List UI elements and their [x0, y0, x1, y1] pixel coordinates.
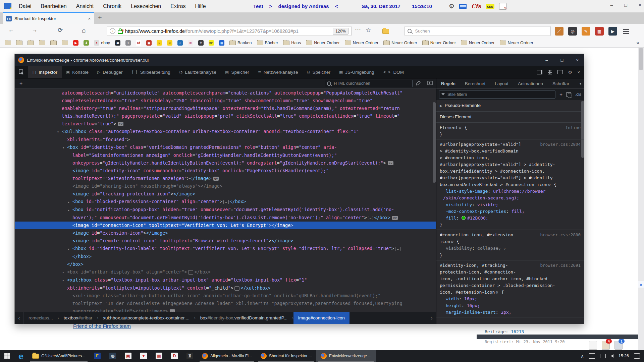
search-input[interactable]: [414, 28, 548, 34]
markup-line[interactable]: ▸<xul:hbox class="textbox-input-box urlb…: [15, 276, 436, 284]
sidebar-tab-schriftar[interactable]: Schriftar: [548, 81, 574, 86]
event-badge[interactable]: ev: [213, 177, 219, 181]
taskbar-clock[interactable]: 15:26: [619, 354, 629, 358]
clipboard-icon[interactable]: [589, 353, 595, 359]
bookmarks-folder-icon[interactable]: [382, 29, 389, 34]
rule-gear-icon[interactable]: ⚙: [451, 239, 453, 244]
twisty-icon[interactable]: ▸: [62, 268, 67, 276]
markup-line[interactable]: ▸<box id="urlbar-display-box" align="cen…: [15, 268, 436, 276]
devtools-toolbox-close-icon[interactable]: ×: [577, 70, 580, 75]
dock-bottom-icon[interactable]: [557, 70, 563, 74]
display-icon[interactable]: [600, 354, 606, 358]
pictures-folder-button[interactable]: C:\Users\Andi\Pictures...: [28, 350, 90, 362]
bookmark-item[interactable]: Cf: [136, 40, 141, 46]
css-declaration[interactable]: fill: #12BC00;: [440, 215, 581, 222]
notification-center-icon[interactable]: [634, 353, 640, 359]
collapsed-content-icon[interactable]: …: [234, 286, 239, 291]
devtools-tab-netzwerkanalyse[interactable]: ≡Netzwerkanalyse: [254, 66, 303, 78]
devtools-tab-speicher[interactable]: ▤Speicher: [221, 66, 254, 78]
back-button[interactable]: ←: [8, 26, 14, 34]
sidebar-tab-regeln[interactable]: Regeln: [436, 81, 460, 86]
breadcrumb-item[interactable]: image#connection-icon: [293, 312, 350, 324]
markup-line[interactable]: </hbox>: [15, 253, 436, 260]
bookmark-item[interactable]: [39, 41, 45, 45]
collapsed-content-icon[interactable]: …: [188, 270, 193, 275]
markup-line[interactable]: tooltiptext="In der Adressleiste eingege…: [15, 300, 436, 307]
app-icon-red-badge[interactable]: 4: [602, 341, 610, 350]
html-search-box[interactable]: [325, 80, 413, 87]
start-button[interactable]: [0, 350, 14, 362]
tray-chevron-icon[interactable]: ∧: [581, 354, 584, 359]
menu-item-datei[interactable]: Datei: [15, 2, 35, 11]
campfirefox-logo-icon[interactable]: Cfs: [471, 3, 481, 9]
markup-view[interactable]: autocompletesearch="unifiedcomplete" aut…: [15, 89, 436, 312]
menu-item-bearbeiten[interactable]: Bearbeiten: [37, 2, 70, 11]
devtools-maximize-button[interactable]: □: [561, 58, 564, 63]
bookmark-item[interactable]: [28, 41, 34, 45]
style-filter-box[interactable]: [439, 90, 555, 99]
markup-line[interactable]: <image id="remote-control-icon" tooltipt…: [15, 237, 436, 245]
bookmark-item[interactable]: ✚: [198, 40, 204, 46]
markup-line[interactable]: onkeypress="gIdentityHandler.handleIdent…: [15, 159, 436, 167]
bookmark-item[interactable]: Neuer Ordner: [345, 41, 378, 45]
markup-line[interactable]: <image id="connection-icon" tooltiptext=…: [15, 222, 436, 229]
css-declaration[interactable]: -moz-context-properties: fill;: [440, 208, 581, 215]
pinned-notes-app[interactable]: ▦: [151, 350, 167, 362]
close-button[interactable]: ×: [639, 2, 641, 8]
sidebar-tab-berechnet[interactable]: Berechnet: [460, 81, 490, 86]
twisty-icon[interactable]: ▸: [68, 206, 72, 214]
devtools-settings-icon[interactable]: ⚙: [568, 70, 572, 75]
rule-source-link[interactable]: browser.css:2691: [540, 262, 581, 269]
markup-line[interactable]: <image id="extension-icon"></image>: [15, 229, 436, 237]
gear-icon[interactable]: ⚙: [449, 2, 454, 10]
sidebar-tab-layout[interactable]: Layout: [490, 81, 513, 86]
play-icon[interactable]: ▶: [608, 27, 617, 36]
taskbar-window-button[interactable]: Allgemein - Mozilla Fi...: [198, 350, 256, 362]
markup-line[interactable]: textoverflow="true">ev: [15, 120, 436, 128]
menu-icon[interactable]: [622, 27, 631, 36]
collapsed-content-icon[interactable]: …: [395, 247, 400, 251]
pinned-shell-app[interactable]: ◍: [105, 350, 120, 362]
bookmark-item[interactable]: ▣: [146, 40, 152, 46]
bookmark-item[interactable]: Neuer Ordner: [500, 41, 533, 45]
rule-gear-icon[interactable]: ⚙: [495, 290, 498, 295]
breadcrumb-item[interactable]: box#identity-box.verifiedDomain.grantedP…: [196, 312, 292, 324]
markup-line[interactable]: <image id="sharing-icon" mousethrough="a…: [15, 182, 436, 190]
devtools-close-button[interactable]: ×: [576, 58, 579, 63]
bookmark-item[interactable]: Bücher: [257, 41, 278, 45]
bookmark-item[interactable]: ☺: [167, 40, 172, 46]
pinned-robot-app[interactable]: ♜: [182, 350, 198, 362]
devtools-tab-dom[interactable]: < >DOM: [379, 66, 408, 78]
page-scrollbar[interactable]: [638, 48, 644, 350]
pinned-f-app[interactable]: F: [90, 350, 105, 362]
app-icon-blue-badge[interactable]: 1: [614, 341, 623, 350]
style-filter-input[interactable]: [447, 92, 553, 97]
css-declaration[interactable]: width: 16px;: [440, 296, 581, 302]
bookmark-item[interactable]: ◉: [115, 40, 120, 46]
markup-line[interactable]: ▾<box id="identity-box" class="verifiedD…: [15, 143, 436, 152]
markup-line[interactable]: ▾<xul:hbox class="autocomplete-textbox-c…: [15, 128, 436, 136]
rule-source-link[interactable]: browser.css:2804: [540, 141, 581, 148]
bookmarks-overflow-chevron[interactable]: »: [636, 40, 639, 46]
breadcrumb-scroll-right-icon[interactable]: ›: [427, 312, 436, 324]
menu-item-hilfe[interactable]: Hilfe: [191, 2, 210, 11]
breadcrumb-item[interactable]: textbox#urlbar: [59, 312, 97, 324]
bookmark-item[interactable]: [50, 41, 57, 45]
bookmark-item[interactable]: [5, 41, 11, 45]
bookmark-item[interactable]: b64: [209, 40, 214, 46]
tab-close-icon[interactable]: ×: [88, 16, 91, 21]
color-swatch[interactable]: [462, 216, 466, 220]
reload-button[interactable]: ⟳: [58, 26, 63, 34]
rule-source-link[interactable]: Inline: [566, 124, 581, 131]
markup-line[interactable]: enablehistory="true" newlines="stripsurr…: [15, 105, 436, 112]
markup-line[interactable]: this.handleRevert();" pageproxystate="va…: [15, 112, 436, 120]
breadcrumb-scroll-left-icon[interactable]: ‹: [15, 312, 24, 324]
taskbar-window-button[interactable]: Shortcut für Inspektor ...: [256, 350, 316, 362]
css-declaration[interactable]: list-style-image: url(chrome://browser: [440, 188, 581, 195]
markup-line[interactable]: pageproxystate="valid"></xul:image>ev: [15, 307, 436, 312]
page-actions-icon[interactable]: ⋯: [355, 25, 361, 33]
devtools-tab-konsole[interactable]: ▣Konsole: [62, 66, 93, 78]
pseudo-class-panel-icon[interactable]: [567, 92, 571, 97]
bookmark-item[interactable]: [62, 41, 68, 45]
rule-source-link[interactable]: browser.css:2800: [540, 232, 581, 238]
